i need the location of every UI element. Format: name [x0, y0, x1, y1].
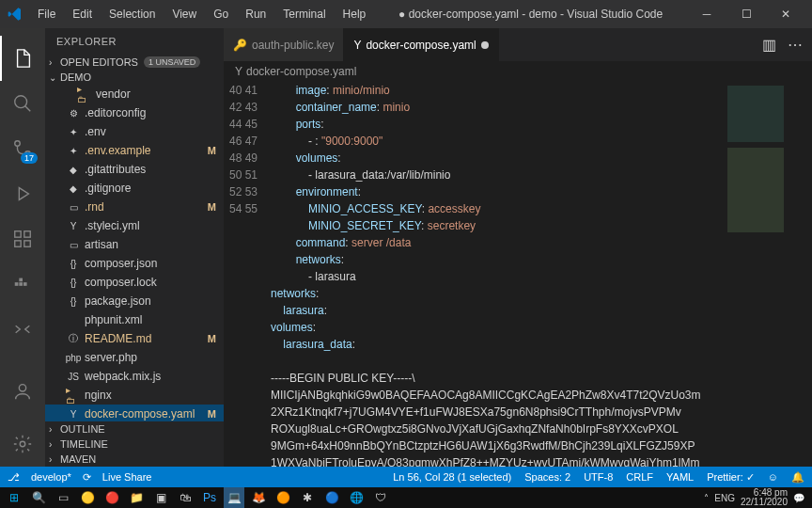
- maven-section[interactable]: ›MAVEN: [45, 452, 224, 467]
- taskbar-app-vscode[interactable]: 💻: [224, 487, 244, 508]
- file--env[interactable]: ✦.env: [45, 122, 224, 141]
- file-README-md[interactable]: ⓘREADME.mdM: [45, 329, 224, 348]
- feedback-icon[interactable]: ☺: [768, 471, 778, 483]
- minimize-button[interactable]: ─: [688, 0, 726, 28]
- file-webpack-mix-js[interactable]: JSwebpack.mix.js: [45, 367, 224, 386]
- language-mode[interactable]: YAML: [666, 471, 694, 483]
- account-icon[interactable]: [0, 369, 45, 414]
- debug-icon[interactable]: [0, 171, 45, 216]
- tray-date: 22/11/2020: [741, 498, 788, 507]
- svg-rect-7: [15, 282, 19, 286]
- file-phpunit-xml[interactable]: phpunit.xml: [45, 310, 224, 329]
- file-docker-compose-yaml[interactable]: Ydocker-compose.yamlM: [45, 405, 224, 421]
- taskbar-app-firefox[interactable]: 🦊: [248, 487, 269, 508]
- file-composer-lock[interactable]: {}composer.lock: [45, 273, 224, 292]
- more-actions-icon[interactable]: ⋯: [788, 36, 803, 54]
- tab-oauth-public-key[interactable]: 🔑oauth-public.key: [224, 28, 344, 61]
- taskbar-app-skype[interactable]: 🔵: [321, 487, 342, 508]
- tray-notifications-icon[interactable]: 💬: [793, 493, 804, 503]
- tab-file-icon: Y: [353, 39, 361, 52]
- taskbar-app-terminal[interactable]: ▣: [150, 487, 171, 508]
- cursor-position[interactable]: Ln 56, Col 28 (1 selected): [393, 471, 511, 483]
- prettier-status[interactable]: Prettier: ✓: [707, 471, 755, 484]
- menu-run[interactable]: Run: [238, 4, 273, 24]
- taskbar-search-icon[interactable]: 🔍: [28, 487, 49, 508]
- taskbar-app-store[interactable]: 🛍: [175, 487, 195, 508]
- system-tray[interactable]: ˄ ENG 6:48 pm 22/11/2020 💬: [704, 488, 808, 507]
- file-icon: ⓘ: [66, 331, 81, 346]
- taskbar-app-ps[interactable]: Ps: [199, 487, 220, 508]
- source-control-icon[interactable]: 17: [0, 126, 45, 171]
- file-artisan[interactable]: ▭artisan: [45, 235, 224, 254]
- code-editor[interactable]: 40 41 42 43 44 45 46 47 48 49 50 51 52 5…: [224, 82, 812, 467]
- svg-point-1: [15, 141, 21, 147]
- tray-chevron-icon[interactable]: ˄: [704, 493, 709, 503]
- remote-icon[interactable]: [0, 307, 45, 352]
- menu-view[interactable]: View: [164, 4, 204, 24]
- sync-icon[interactable]: ⟳: [83, 471, 91, 484]
- menu-go[interactable]: Go: [206, 4, 236, 24]
- menu-selection[interactable]: Selection: [102, 4, 163, 24]
- line-gutter: 40 41 42 43 44 45 46 47 48 49 50 51 52 5…: [224, 82, 271, 467]
- docker-icon[interactable]: [0, 262, 45, 307]
- folder-vendor[interactable]: ▸ 🗀vendor: [45, 85, 224, 103]
- file--gitattributes[interactable]: ◆.gitattributes: [45, 160, 224, 179]
- folder-nginx[interactable]: ▸ 🗀nginx: [45, 386, 224, 405]
- file--gitignore[interactable]: ◆.gitignore: [45, 179, 224, 198]
- settings-gear-icon[interactable]: [0, 421, 45, 467]
- title-bar: FileEditSelectionViewGoRunTerminalHelp ●…: [0, 0, 812, 28]
- search-icon[interactable]: [0, 81, 45, 126]
- minimap[interactable]: [724, 82, 799, 467]
- notifications-icon[interactable]: 🔔: [791, 471, 804, 484]
- open-editors-section[interactable]: ›OPEN EDITORS 1 UNSAVED: [45, 55, 224, 70]
- file-package-json[interactable]: {}package.json: [45, 292, 224, 310]
- taskbar-app-security[interactable]: 🛡: [370, 487, 391, 508]
- menu-terminal[interactable]: Terminal: [275, 4, 333, 24]
- file-icon: ✦: [66, 143, 81, 158]
- project-section[interactable]: ⌄DEMO: [45, 70, 224, 85]
- file-server-php[interactable]: phpserver.php: [45, 348, 224, 367]
- taskbar-app-opera[interactable]: 🔴: [102, 487, 122, 508]
- tab-actions: ▥ ⋯: [762, 28, 812, 61]
- tab-docker-compose-yaml[interactable]: Ydocker-compose.yaml: [344, 28, 498, 61]
- file-icon: Y: [66, 406, 81, 421]
- indentation[interactable]: Spaces: 2: [524, 471, 570, 483]
- taskbar-app-git[interactable]: 🟠: [273, 487, 293, 508]
- explorer-icon[interactable]: [0, 36, 45, 81]
- svg-rect-9: [23, 282, 27, 286]
- start-button[interactable]: ⊞: [4, 487, 24, 508]
- live-share[interactable]: Live Share: [102, 471, 152, 483]
- eol[interactable]: CRLF: [626, 471, 653, 483]
- menu-help[interactable]: Help: [336, 4, 374, 24]
- file--editorconfig[interactable]: ⚙.editorconfig: [45, 103, 224, 122]
- svg-point-12: [20, 441, 25, 447]
- window-title: ● docker-compose.yaml - demo - Visual St…: [373, 8, 688, 21]
- taskbar-app-edge[interactable]: 🌐: [346, 487, 367, 508]
- branch-indicator[interactable]: develop*: [31, 471, 71, 483]
- outline-section[interactable]: ›OUTLINE: [45, 421, 224, 437]
- remote-indicator[interactable]: ⎇: [8, 471, 20, 484]
- taskbar-app-chrome[interactable]: 🟡: [77, 487, 98, 508]
- file-icon: {}: [66, 256, 81, 271]
- close-button[interactable]: ✕: [767, 0, 804, 28]
- maximize-button[interactable]: ☐: [727, 0, 765, 28]
- taskbar-app-slack[interactable]: ✱: [297, 487, 318, 508]
- taskbar-app-explorer[interactable]: 📁: [126, 487, 147, 508]
- menu-edit[interactable]: Edit: [65, 4, 100, 24]
- encoding[interactable]: UTF-8: [584, 471, 613, 483]
- extensions-icon[interactable]: [0, 216, 45, 262]
- svg-rect-6: [24, 241, 30, 246]
- file--rnd[interactable]: ▭.rndM: [45, 198, 224, 216]
- explorer-sidebar: EXPLORER ›OPEN EDITORS 1 UNSAVED ⌄DEMO ▸…: [45, 28, 224, 467]
- task-view-icon[interactable]: ▭: [53, 487, 73, 508]
- activity-bar: 17: [0, 28, 45, 467]
- svg-rect-10: [19, 278, 23, 282]
- breadcrumb[interactable]: Y docker-compose.yaml: [224, 61, 812, 82]
- split-editor-icon[interactable]: ▥: [762, 36, 776, 54]
- file-composer-json[interactable]: {}composer.json: [45, 254, 224, 273]
- file--styleci-yml[interactable]: Y.styleci.yml: [45, 216, 224, 235]
- file--env-example[interactable]: ✦.env.exampleM: [45, 141, 224, 160]
- timeline-section[interactable]: ›TIMELINE: [45, 437, 224, 452]
- tray-lang[interactable]: ENG: [714, 493, 735, 503]
- menu-file[interactable]: File: [30, 4, 63, 24]
